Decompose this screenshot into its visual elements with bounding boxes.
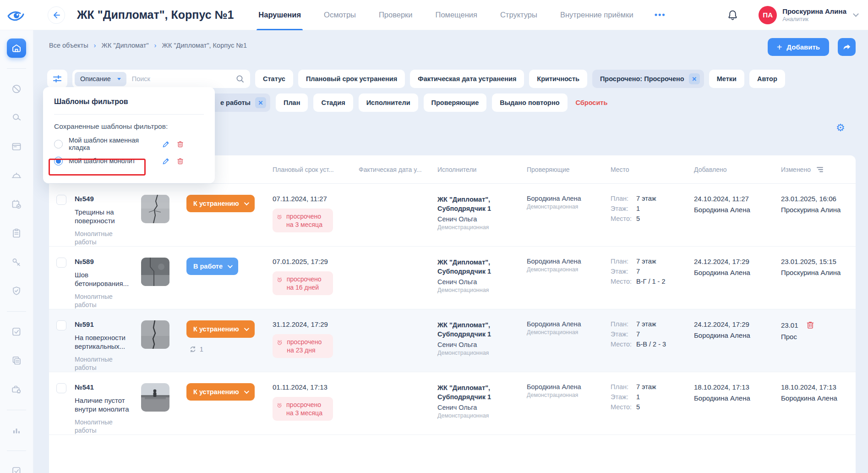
notifications-bell-icon[interactable] (727, 9, 738, 21)
executor-person: Сенич Ольга (437, 404, 523, 411)
user-role: Аналитик (782, 16, 846, 23)
sidebar-item-inspections[interactable] (7, 195, 26, 214)
sidebar-item-home[interactable] (7, 38, 26, 58)
tab-structures[interactable]: Структуры (500, 0, 537, 30)
delete-row-button[interactable] (806, 320, 815, 330)
add-button[interactable]: + Добавить (768, 38, 829, 56)
search-input[interactable] (132, 75, 235, 82)
overdue-text: просрочено на 16 дней (287, 275, 328, 292)
breadcrumb-complex[interactable]: ЖК "Дипломат" (102, 42, 149, 49)
place-spot-label: Место: (611, 215, 636, 222)
app-logo-icon[interactable] (6, 8, 27, 22)
filter-tags-button[interactable]: Метки (709, 70, 744, 88)
status-button[interactable]: К устранению (186, 320, 255, 338)
more-tabs-icon[interactable]: ••• (655, 10, 666, 20)
status-label: К устранению (193, 388, 239, 396)
breadcrumb-all-objects[interactable]: Все объекты (49, 42, 88, 49)
filter-criticality-button[interactable]: Критичность (529, 70, 587, 88)
table-row[interactable]: №541 Наличие пустот внутри монолита Моно… (49, 372, 856, 435)
row-checkbox[interactable] (56, 258, 66, 268)
sidebar-item-construction[interactable] (7, 166, 26, 185)
checker-note: Демонстрационная (527, 204, 607, 210)
status-button[interactable]: К устранению (186, 195, 255, 212)
sidebar-item-documents[interactable] (7, 351, 26, 370)
filter-status-button[interactable]: Статус (255, 70, 293, 88)
status-button[interactable]: К устранению (186, 383, 255, 401)
back-button[interactable] (48, 6, 65, 24)
filter-executors-button[interactable]: Исполнители (359, 94, 418, 112)
added-date: 18.10.2024, 17:13 (694, 383, 777, 391)
search-category-select[interactable]: Описание (75, 72, 126, 86)
sidebar-item-contractors[interactable] (7, 380, 26, 399)
table-row[interactable]: №589 Шов бетонирования... Монолитные раб… (49, 247, 856, 309)
edit-pencil-icon[interactable] (162, 157, 170, 165)
share-button[interactable] (838, 38, 856, 56)
filter-author-button[interactable]: Автор (749, 70, 785, 88)
avatar[interactable]: ПА (759, 6, 777, 24)
sidebar-item-tasks[interactable] (7, 322, 26, 341)
saved-templates-subtitle: Сохраненные шаблоны фильтров: (43, 115, 215, 137)
filter-planned-date-button[interactable]: Плановый срок устранения (298, 70, 405, 88)
col-changed[interactable]: Изменено (781, 166, 811, 173)
violation-photo[interactable] (141, 195, 169, 223)
tab-checks[interactable]: Проверки (379, 0, 413, 30)
status-button[interactable]: В работе (186, 258, 238, 275)
filter-actual-date-button[interactable]: Фактическая дата устранения (410, 70, 524, 88)
tab-premises[interactable]: Помещения (436, 0, 477, 30)
table-row[interactable]: №591 На поверхности вертикальных... Моно… (49, 309, 856, 372)
col-place[interactable]: Место (607, 166, 690, 173)
sort-icon[interactable] (816, 166, 824, 173)
sidebar-item-restrictions[interactable] (7, 79, 26, 99)
row-checkbox[interactable] (56, 195, 66, 205)
sidebar-item-board[interactable] (7, 137, 26, 156)
tab-internal-acceptance[interactable]: Внутренние приёмки (560, 0, 633, 30)
filter-stage-button[interactable]: Стадия (313, 94, 353, 112)
sidebar-item-analytics[interactable] (7, 421, 26, 440)
radio-unchecked[interactable] (54, 140, 63, 148)
app-window: ЖК "Дипломат", Корпус №1 Нарушения Осмот… (0, 0, 868, 473)
table-settings-gear-icon[interactable]: ⚙ (836, 123, 845, 133)
filter-reset-link[interactable]: Сбросить (576, 99, 608, 106)
violation-number: №589 (75, 258, 131, 265)
col-planned-date[interactable]: Плановый срок уст... (269, 166, 355, 173)
planned-date: 31.12.2024, 17:29 (273, 320, 355, 328)
filter-worktype-chip-label: е работы (220, 99, 251, 106)
table-row[interactable]: №549 Трещины на поверхности Монолитные р… (49, 184, 856, 247)
template-option-masonry[interactable]: Мой шаблон каменная кладка (43, 137, 215, 151)
sidebar-item-security[interactable] (7, 281, 26, 301)
violation-photo[interactable] (141, 320, 169, 349)
chevron-down-icon[interactable] (853, 11, 859, 17)
filter-reissued-button[interactable]: Выдано повторно (492, 94, 567, 112)
trash-icon[interactable] (176, 157, 184, 165)
close-icon[interactable]: ✕ (255, 97, 266, 108)
edit-pencil-icon[interactable] (162, 140, 170, 148)
violation-photo[interactable] (141, 383, 169, 412)
filter-checkers-button[interactable]: Проверяющие (424, 94, 487, 112)
sidebar-item-search[interactable] (7, 108, 26, 127)
sidebar-item-clipboard[interactable] (7, 224, 26, 243)
col-added[interactable]: Добавлено (690, 166, 777, 173)
filter-worktype-chip[interactable]: е работы ✕ (207, 94, 270, 112)
user-menu[interactable]: Проскурина Алина Аналитик (782, 7, 846, 23)
filter-plan-button[interactable]: План (276, 94, 308, 112)
tab-violations[interactable]: Нарушения (258, 0, 301, 30)
row-checkbox[interactable] (56, 383, 66, 393)
sidebar-divider (7, 68, 26, 69)
close-icon[interactable]: ✕ (689, 73, 700, 84)
filter-overdue-chip[interactable]: Просрочено: Просрочено ✕ (592, 70, 704, 88)
row-checkbox[interactable] (56, 320, 66, 330)
radio-checked[interactable] (54, 157, 63, 165)
status-label: В работе (193, 263, 223, 270)
col-actual-date[interactable]: Фактическая дата у... (355, 166, 434, 173)
template-option-monolith[interactable]: Мой шаблон монолит (43, 154, 215, 168)
col-checkers[interactable]: Проверяющие (523, 166, 607, 173)
filter-settings-button[interactable] (47, 70, 67, 88)
tab-inspections[interactable]: Осмотры (324, 0, 356, 30)
col-executors[interactable]: Исполнители (434, 166, 523, 173)
sidebar-item-access-keys[interactable] (7, 253, 26, 272)
violation-photo[interactable] (141, 258, 169, 286)
sidebar-item-approvals[interactable] (7, 462, 26, 473)
trash-icon[interactable] (176, 140, 184, 148)
breadcrumb-separator-icon: › (94, 41, 96, 49)
violation-category: Монолитные работы (75, 230, 131, 246)
